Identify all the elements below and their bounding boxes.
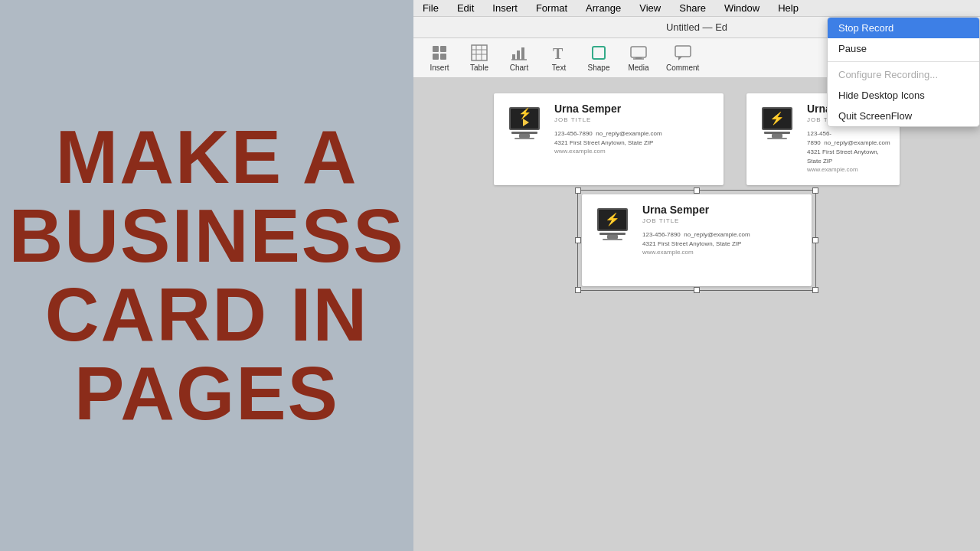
svg-rect-3 (440, 54, 446, 60)
divider-1 (828, 61, 979, 62)
chart-label: Chart (510, 64, 528, 72)
card-1-website: www.example.com (554, 148, 714, 155)
canvas-area[interactable]: ⚡ Urna Semper JOB TITLE 123-456-7890 no_… (413, 78, 980, 551)
monitor-icon-1: ⚡ (503, 103, 545, 145)
svg-marker-19 (678, 57, 682, 60)
tutorial-title: MAKE A BUSINESS CARD IN PAGES (0, 103, 420, 448)
svg-rect-32 (767, 138, 787, 139)
card-1-info: Urna Semper JOB TITLE 123-456-7890 no_re… (554, 103, 714, 155)
window-title: Untitled — Ed (666, 21, 727, 33)
handle-br[interactable] (812, 287, 818, 293)
comment-icon (674, 44, 692, 62)
svg-rect-37 (607, 235, 618, 239)
menu-share[interactable]: Share (676, 2, 709, 14)
card-3-name: Urna Semper (642, 204, 802, 216)
media-icon (629, 44, 648, 62)
left-panel: MAKE A BUSINESS CARD IN PAGES (0, 0, 413, 551)
handle-mr[interactable] (812, 237, 818, 243)
svg-rect-0 (433, 46, 439, 52)
chart-icon (510, 44, 528, 62)
pages-app: File Edit Insert Format Arrange View Sha… (413, 0, 980, 551)
svg-rect-23 (511, 132, 537, 134)
svg-text:T: T (553, 45, 564, 62)
menu-insert[interactable]: Insert (489, 2, 521, 14)
text-icon: T (550, 44, 568, 62)
svg-rect-9 (512, 54, 515, 60)
toolbar-media-btn[interactable]: Media (620, 41, 657, 75)
card-2-website: www.example.com (807, 166, 890, 173)
handle-tr[interactable] (812, 187, 818, 194)
menu-edit[interactable]: Edit (454, 2, 477, 14)
shape-icon (590, 44, 608, 62)
quit-screenflow-item[interactable]: Quit ScreenFlow (828, 106, 979, 126)
shape-label: Shape (588, 64, 610, 72)
svg-rect-25 (514, 138, 534, 139)
insert-label: Insert (430, 64, 449, 72)
svg-rect-38 (603, 239, 622, 240)
card-1-job: JOB TITLE (554, 116, 714, 123)
svg-rect-31 (772, 134, 782, 138)
svg-text:⚡: ⚡ (769, 111, 785, 126)
configure-recording-item: Configure Recording... (828, 64, 979, 85)
menu-window[interactable]: Window (721, 2, 763, 14)
pause-item[interactable]: Pause (828, 38, 979, 59)
svg-rect-30 (764, 132, 790, 134)
menu-arrange[interactable]: Arrange (583, 2, 624, 14)
card-1-phone: 123-456-7890 no_reply@example.com (554, 129, 714, 139)
card-3-address: 4321 First Street Anytown, State ZIP (642, 240, 802, 249)
svg-rect-36 (599, 233, 626, 235)
menu-format[interactable]: Format (533, 2, 570, 14)
menu-bar: File Edit Insert Format Arrange View Sha… (413, 0, 980, 17)
svg-rect-2 (433, 54, 439, 60)
svg-rect-1 (440, 46, 446, 52)
card-1-name: Urna Semper (554, 103, 714, 115)
card-2-address: 4321 First Street Anytown, State ZIP (807, 148, 890, 166)
toolbar-insert-btn[interactable]: Insert (421, 41, 458, 75)
card-1-address: 4321 First Street Anytown, State ZIP (554, 139, 714, 148)
table-label: Table (470, 64, 488, 72)
menu-file[interactable]: File (420, 2, 442, 14)
toolbar-shape-btn[interactable]: Shape (580, 41, 617, 75)
card-3-job: JOB TITLE (642, 217, 802, 224)
toolbar-text-btn[interactable]: T Text (541, 41, 577, 75)
card-3-info: Urna Semper JOB TITLE 123-456-7890 no_re… (642, 204, 802, 256)
handle-bl[interactable] (575, 287, 581, 293)
table-icon (470, 44, 488, 62)
business-card-3[interactable]: ⚡ Urna Semper JOB TITLE 123-456-7890 no_… (582, 194, 812, 286)
svg-rect-15 (631, 47, 646, 57)
handle-ml[interactable] (575, 237, 581, 243)
svg-text:⚡: ⚡ (518, 107, 531, 120)
svg-rect-24 (519, 134, 530, 138)
business-card-1[interactable]: ⚡ Urna Semper JOB TITLE 123-456-7890 no_… (494, 93, 724, 185)
card-3-website: www.example.com (642, 249, 802, 256)
card-row-2: ⚡ Urna Semper JOB TITLE 123-456-7890 no_… (582, 194, 812, 286)
handle-tl[interactable] (575, 187, 581, 194)
monitor-icon-3: ⚡ (591, 204, 633, 246)
toolbar-comment-btn[interactable]: Comment (660, 41, 705, 75)
handle-bm[interactable] (694, 287, 700, 293)
card-2-details: 123-456-7890 no_reply@example.com (807, 129, 890, 148)
card-3-details: 123-456-7890 no_reply@example.com (642, 230, 802, 240)
svg-text:⚡: ⚡ (605, 212, 620, 227)
media-label: Media (628, 64, 648, 72)
svg-rect-18 (675, 46, 691, 57)
text-label: Text (552, 64, 566, 72)
toolbar-table-btn[interactable]: Table (461, 41, 498, 75)
svg-rect-10 (517, 51, 520, 60)
screenflow-dropdown: Stop Record Pause Configure Recording...… (827, 17, 980, 127)
comment-label: Comment (666, 64, 699, 72)
menu-view[interactable]: View (636, 2, 664, 14)
handle-tm[interactable] (694, 187, 700, 194)
monitor-icon-2: ⚡ (756, 103, 798, 145)
stop-record-item[interactable]: Stop Record (828, 18, 979, 38)
svg-rect-11 (521, 47, 524, 60)
svg-rect-14 (593, 47, 605, 59)
svg-rect-4 (472, 45, 487, 60)
toolbar-chart-btn[interactable]: Chart (501, 41, 537, 75)
menu-help[interactable]: Help (775, 2, 802, 14)
insert-icon (430, 44, 449, 62)
hide-desktop-icons-item[interactable]: Hide Desktop Icons (828, 85, 979, 106)
